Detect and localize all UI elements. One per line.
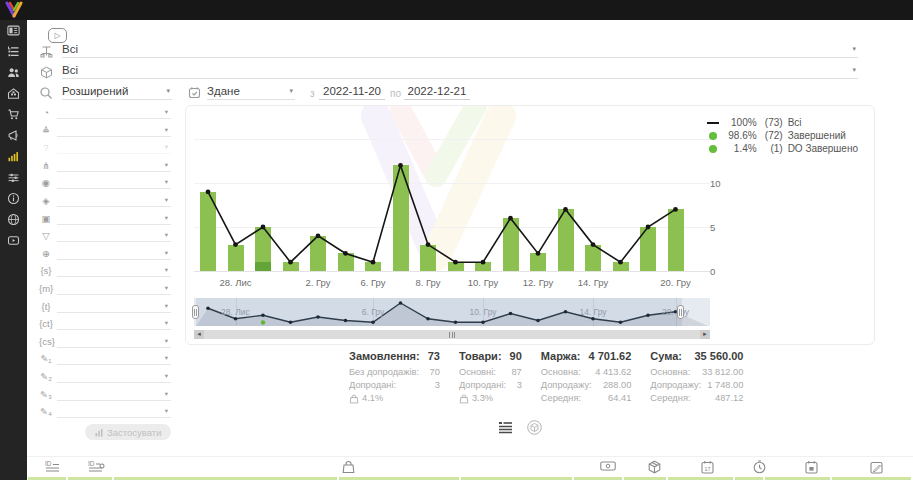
mini-chart-icon [95,428,104,437]
filter-select[interactable]: ▾ [57,247,171,260]
stat-column: Сума:35 560.00Основна:33 812.00Допродажу… [650,350,743,405]
filter-select[interactable]: ▾ [57,194,171,207]
money-column-icon[interactable] [600,460,616,472]
id-primary-column-icon[interactable]: ID [45,460,63,474]
funnel-icon: ▽ [39,230,53,241]
stat-sub-label: Основна: [541,366,581,379]
order-list-icon [6,44,21,59]
legend-count: (72) [757,130,783,141]
filter-select[interactable]: ▾ [57,335,171,348]
calendar-date-column-icon[interactable]: 17 [701,460,714,474]
date-type-select[interactable]: Здане ▾ [207,85,295,100]
date-from-input[interactable]: 2022-11-20 [319,85,385,100]
brush-handle-right[interactable] [677,305,684,319]
scrollbar-grip-icon[interactable] [449,332,455,338]
filter-select[interactable]: ▾ [57,282,171,295]
utm-medium-icon: {m} [39,283,53,294]
sidebar-item-warehouse[interactable] [0,83,27,104]
svg-text:17: 17 [704,466,710,472]
sidebar-item-cart[interactable] [0,104,27,125]
chevron-down-icon: ▾ [165,302,168,310]
date-to-input[interactable]: 2022-12-21 [404,85,470,100]
calendar-edit-column-icon[interactable] [870,460,883,474]
filter-row: ✎₄▾ [35,405,187,423]
legend-percent: 1.4% [724,143,757,154]
package-column-icon[interactable] [648,460,661,474]
timeline-brush[interactable]: 28. Лис6. Гру10. Гру14. Гру20. Гру [194,298,710,326]
legend-row[interactable]: 100%(73)Всі [706,116,858,129]
brush-tick-label: 28. Лис [221,307,250,317]
x-axis-tick: 8. Гру [415,277,440,288]
filter-select[interactable]: ▾ [57,141,171,154]
filter-select[interactable]: ▾ [57,212,171,225]
chevron-down-icon: ▾ [165,196,168,204]
sidebar-item-info[interactable] [0,188,27,209]
chevron-down-icon: ▾ [165,390,168,398]
y-axis-tick: 0 [710,266,715,277]
marketing-icon [6,128,21,143]
stat-sub-label: Допродані: [459,379,506,392]
order-status-select[interactable]: Всі ▾ [62,43,858,58]
legend-row[interactable]: 1.4%(1)DO Завершено [706,142,858,155]
filter-select[interactable]: ▾ [57,106,171,119]
chevron-down-icon: ▾ [165,178,168,186]
product-group-value: Всі [62,64,78,76]
filter-select[interactable]: ▾ [57,176,171,189]
stat-upsell-percent: 3.3% [472,392,493,405]
sidebar-item-dashboard[interactable] [0,20,27,41]
filter-select[interactable]: ▾ [57,405,171,418]
payment-icon: ▣ [39,213,53,224]
filter-select[interactable]: ▾ [57,388,171,401]
legend-line-swatch [707,122,719,124]
sidebar-item-customers[interactable] [0,62,27,83]
search-mode-select[interactable]: Розширений ▾ [62,85,172,100]
video-icon [6,233,21,248]
sidebar-item-video[interactable] [0,230,27,251]
scroll-left-icon[interactable]: ◄ [194,330,204,339]
date-type-value: Здане [207,85,240,97]
sidebar-item-analytics[interactable] [0,146,27,167]
bag-column-icon[interactable] [342,460,355,474]
legend-row[interactable]: 98.6%(72)Завершений [706,129,858,142]
chevron-down-icon: ▾ [165,126,168,134]
brush-tick-label: 14. Гру [579,307,606,317]
chevron-down-icon: ▾ [165,354,168,362]
filter-row: {m}▾ [35,282,187,300]
filter-select[interactable]: ▾ [57,159,171,172]
sidebar-item-order-list[interactable] [0,41,27,62]
sidebar-item-marketing[interactable] [0,125,27,146]
stat-sub-label: Середня: [650,392,690,405]
list-view-icon[interactable] [499,422,513,434]
upsell-rate-icon [349,394,359,404]
stat-upsell-percent: 4.1% [362,392,383,405]
chevron-down-icon: ▾ [165,108,168,116]
sidebar-item-integrations[interactable] [0,209,27,230]
scroll-right-icon[interactable]: ► [700,330,710,339]
cart-icon [6,107,21,122]
chevron-down-icon: ▾ [165,266,168,274]
legend-percent: 98.6% [724,130,757,141]
filter-select[interactable]: ▾ [57,264,171,277]
product-group-select[interactable]: Всі ▾ [62,64,858,79]
source-split-icon: ⋔ [39,160,53,171]
sidebar-item-sliders[interactable] [0,167,27,188]
filter-select[interactable]: ▾ [57,124,171,137]
filter-select[interactable]: ▾ [57,229,171,242]
clock-column-icon[interactable] [753,460,766,474]
main-content: ▷ Всі ▾ Всі ▾ Розширений ▾ [27,20,913,480]
calendar-box-column-icon[interactable] [805,460,818,474]
play-filter-icon[interactable]: ▷ [48,28,67,43]
horizontal-scrollbar[interactable]: ◄ ► [194,330,710,339]
package-view-icon[interactable] [527,420,542,435]
filter-select[interactable]: ▾ [57,352,171,365]
filter-select[interactable]: ▾ [57,317,171,330]
brush-handle-left[interactable] [192,305,199,319]
apply-button[interactable]: Застосувати [85,424,171,440]
manager-icon: ◉ [39,177,53,188]
stat-column: Замовлення:73Без допродажів:70Допродані:… [349,350,440,405]
filter-select[interactable]: ▾ [57,370,171,383]
legend-dot-swatch [709,145,717,153]
id-secondary-column-icon[interactable]: ID [88,460,108,474]
stat-sub-label: Основні: [459,366,496,379]
filter-select[interactable]: ▾ [57,300,171,313]
